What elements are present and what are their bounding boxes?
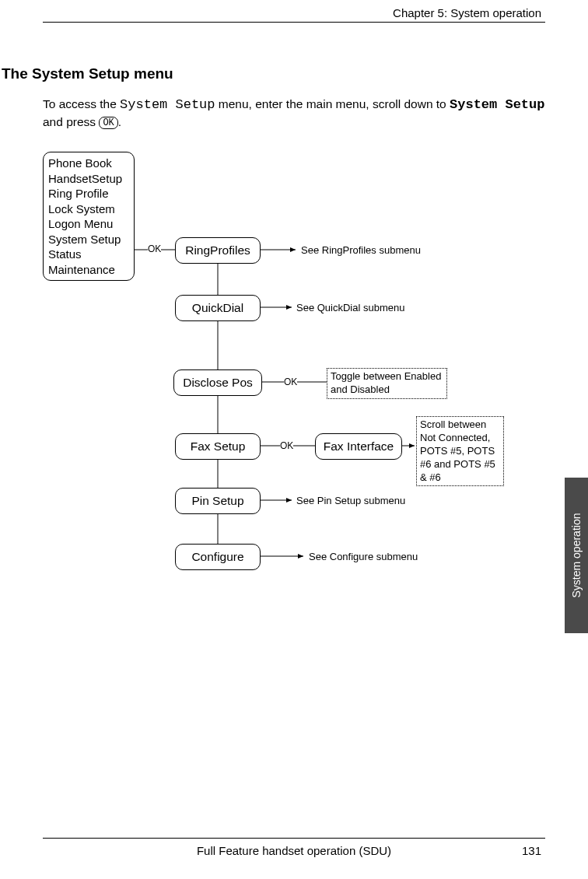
intro-text: and press (43, 115, 99, 128)
list-item: Ring Profile (48, 186, 129, 201)
list-item: Status (48, 247, 129, 262)
footer-text: Full Feature handset operation (SDU) (0, 844, 588, 857)
menu-diagram: Phone Book HandsetSetup Ring Profile Loc… (43, 152, 541, 587)
section-title: The System Setup menu (2, 65, 173, 82)
node-fax: Fax Setup (175, 433, 261, 460)
side-tab-label: System operation (570, 513, 583, 598)
node-quickdial: QuickDial (175, 295, 261, 321)
main-menu-box: Phone Book HandsetSetup Ring Profile Loc… (43, 152, 135, 281)
ok-connector-label: OK (148, 243, 161, 254)
intro-mono-1: System Setup (120, 97, 215, 112)
header-rule (43, 22, 545, 23)
dashed-disclose: Toggle between Enabled and Disabled (327, 368, 447, 399)
intro-paragraph: To access the System Setup menu, enter t… (43, 96, 545, 131)
node-disclose: Disclose Pos (173, 369, 262, 396)
side-tab: System operation (565, 478, 588, 633)
intro-text: menu, enter the main menu, scroll down t… (215, 97, 450, 110)
page-number: 131 (522, 844, 541, 857)
note-ringprofiles: See RingProfiles submenu (301, 244, 421, 256)
node-pin: Pin Setup (175, 488, 261, 514)
list-item: Maintenance (48, 262, 129, 278)
list-item: Phone Book (48, 156, 129, 171)
node-faxinterface: Fax Interface (315, 433, 402, 460)
node-configure: Configure (175, 544, 261, 570)
footer-rule (43, 838, 545, 839)
chapter-header: Chapter 5: System operation (393, 6, 541, 19)
dashed-fax: Scroll between Not Connected, POTS #5, P… (416, 416, 504, 486)
list-item: Lock System (48, 201, 129, 217)
note-configure: See Configure submenu (309, 551, 418, 562)
list-item: Logon Menu (48, 216, 129, 232)
ok-connector-label: OK (284, 376, 297, 387)
note-quickdial: See QuickDial submenu (296, 302, 404, 313)
intro-mono-2: System Setup (450, 97, 544, 112)
intro-text: To access the (43, 97, 120, 110)
node-ringprofiles: RingProfiles (175, 237, 261, 264)
list-item: HandsetSetup (48, 171, 129, 187)
intro-text: . (118, 115, 121, 128)
ok-key-icon: OK (99, 117, 117, 129)
ok-connector-label: OK (280, 440, 293, 451)
list-item: System Setup (48, 232, 129, 247)
note-pin: See Pin Setup submenu (296, 495, 405, 506)
